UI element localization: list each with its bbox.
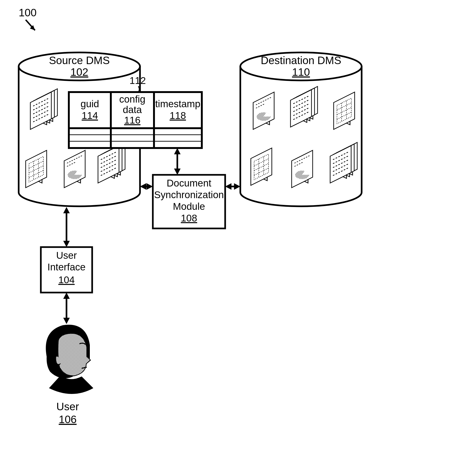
source-dms-title: Source DMS — [49, 54, 110, 67]
destination-dms-cylinder: Destination DMS 110 — [240, 52, 362, 206]
user-ref: 106 — [59, 413, 77, 425]
arrow-sync-dest — [225, 183, 240, 190]
arrow-ui-user — [63, 292, 70, 324]
svg-marker-36 — [174, 148, 181, 154]
sync-module-ref: 108 — [181, 213, 197, 223]
table-col-timestamp-title: timestamp — [155, 98, 200, 109]
svg-marker-46 — [63, 241, 70, 247]
sync-module-box: Document Synchronization Module 108 — [153, 175, 225, 228]
table-col-config-ref: 116 — [124, 115, 141, 126]
figure-ref-label: 100 — [19, 6, 37, 19]
svg-marker-49 — [63, 318, 70, 324]
sync-module-line3: Module — [173, 201, 205, 212]
table-col-guid-ref: 114 — [82, 110, 98, 121]
arrow-source-ui — [63, 207, 70, 247]
sync-module-line2: Synchronization — [154, 189, 224, 200]
source-dms-ref: 102 — [71, 66, 89, 78]
user-icon — [46, 325, 93, 394]
ui-ref: 104 — [58, 274, 75, 285]
arrow-table-sync — [174, 148, 181, 175]
svg-marker-45 — [63, 207, 70, 213]
user-interface-box: User Interface 104 — [41, 247, 92, 292]
ui-line1: User — [56, 250, 77, 261]
ui-line2: Interface — [47, 262, 85, 272]
table-col-guid-title: guid — [80, 98, 99, 109]
destination-dms-ref: 110 — [292, 66, 310, 78]
svg-marker-42 — [225, 183, 232, 190]
svg-marker-37 — [174, 169, 181, 175]
svg-marker-48 — [63, 292, 70, 299]
user-title: User — [56, 400, 79, 413]
table-col-config-title1: config — [119, 94, 145, 105]
svg-marker-40 — [146, 183, 153, 190]
svg-marker-43 — [234, 183, 240, 190]
table-ref: 112 — [129, 75, 146, 86]
table-col-config-title2: data — [123, 104, 142, 115]
svg-marker-39 — [140, 183, 146, 190]
arrow-source-sync — [140, 183, 153, 190]
sync-module-line1: Document — [167, 178, 211, 188]
table-col-timestamp-ref: 118 — [170, 110, 186, 121]
destination-dms-title: Destination DMS — [261, 54, 341, 67]
